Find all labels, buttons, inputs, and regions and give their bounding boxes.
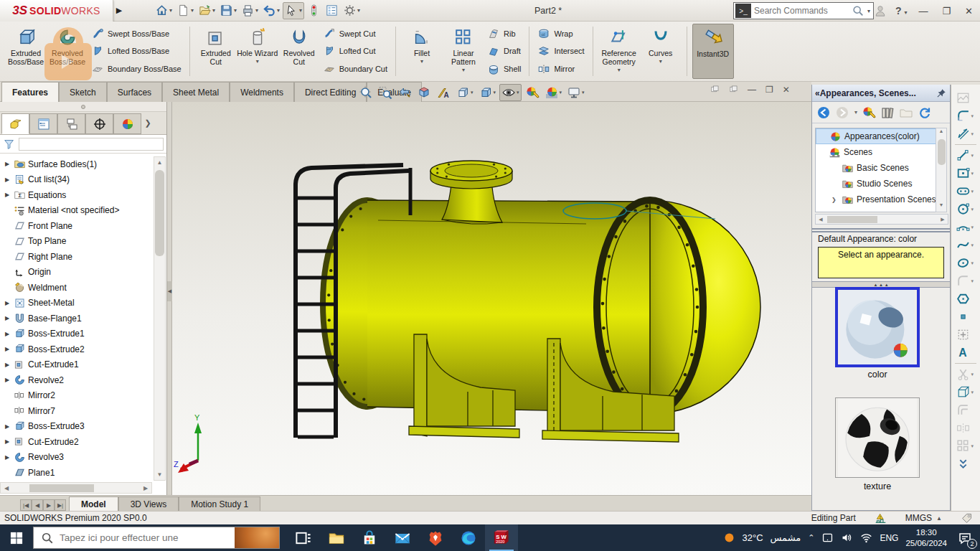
speaker-icon[interactable] <box>841 532 853 544</box>
dropdown-caret-icon[interactable]: ▾ <box>971 278 976 284</box>
ribbon-button-linear-pattern[interactable]: Linear Pattern▾ <box>443 24 484 79</box>
tab-sketch[interactable]: Sketch <box>59 82 107 102</box>
toolbar-flyout-icon[interactable]: ▶ <box>113 3 125 19</box>
text-button[interactable]: A▾ <box>956 344 976 362</box>
undo-button[interactable]: ▾ <box>261 2 281 19</box>
annotations-button[interactable]: A <box>435 85 452 100</box>
texture-sphere-preview[interactable] <box>835 397 920 478</box>
expander-icon[interactable]: ▶ <box>3 362 11 368</box>
tray-overflow-icon[interactable]: ⌃ <box>808 533 814 542</box>
start-button[interactable] <box>0 524 33 551</box>
panel-tab-featuremanager[interactable] <box>1 113 29 134</box>
expander-icon[interactable]: ▶ <box>3 377 11 383</box>
dropdown-caret-icon[interactable]: ▾ <box>471 90 473 95</box>
color-sphere-preview[interactable] <box>835 287 920 367</box>
appearance-tree-item-presentation-scenes[interactable]: ❯Presentation Scenes <box>816 192 936 207</box>
tree-item-revolve3[interactable]: ▶Revolve3 <box>0 450 152 466</box>
ribbon-button-extruded-boss-base[interactable]: Extruded Boss/Base <box>5 24 47 79</box>
view-orientation-button[interactable]: ▾ <box>454 85 475 100</box>
tree-item-cut-list-34[interactable]: ▶Cut list(34) <box>0 172 152 188</box>
expander-icon[interactable]: ▶ <box>3 176 11 183</box>
dropdown-caret-icon[interactable]: ▾ <box>971 443 976 449</box>
weather-label[interactable]: مشمس <box>771 532 801 543</box>
ribbon-button-lofted-boss-base[interactable]: Lofted Boss/Base <box>88 43 184 60</box>
pane-previous-icon[interactable] <box>710 85 720 94</box>
ribbon-button-swept-cut[interactable]: Swept Cut <box>320 26 390 42</box>
open-folder-icon[interactable] <box>899 105 913 120</box>
dropdown-caret-icon[interactable]: ▾ <box>971 260 976 266</box>
tab-features[interactable]: Features <box>1 82 59 102</box>
dropdown-caret-icon[interactable]: ▾ <box>582 90 585 95</box>
appearance-tree-item-studio-scenes[interactable]: Studio Scenes <box>816 176 936 192</box>
task-pane-header[interactable]: «Appearances, Scenes... <box>812 85 950 102</box>
ribbon-button-revolved-boss-base[interactable]: Revolved Boss/Base <box>47 24 88 79</box>
ribbon-button-instant3d[interactable]: Instant3D <box>692 24 734 79</box>
feature-tree-horizontal-scrollbar[interactable]: ◀ ▶ <box>0 482 152 494</box>
expander-icon[interactable]: ▶ <box>3 438 11 445</box>
tree-item-weldment[interactable]: ▶Weldment <box>0 280 152 296</box>
tree-item-origin[interactable]: ▶Origin <box>0 265 152 281</box>
expander-icon[interactable]: ▶ <box>3 454 11 461</box>
tab-surfaces[interactable]: Surfaces <box>107 82 162 102</box>
three-point-arc-button[interactable]: ▾ <box>956 218 976 236</box>
wifi-icon[interactable] <box>860 532 872 544</box>
search-dropdown-icon[interactable]: ▾ <box>864 8 873 14</box>
display-style-button[interactable]: ▾ <box>477 85 498 100</box>
scrollbar-thumb[interactable] <box>938 139 946 165</box>
history-caret-icon[interactable]: ▾ <box>854 109 857 116</box>
tree-item-front-plane[interactable]: ▶Front Plane <box>0 218 152 234</box>
3d-model-canvas[interactable]: Y Z <box>172 102 811 495</box>
dropdown-caret-icon[interactable]: ▾ <box>971 189 976 194</box>
tree-item-equations[interactable]: ▶ΣEquations <box>0 187 152 203</box>
tab-weldments[interactable]: Weldments <box>230 82 294 102</box>
printer-button[interactable]: ▾ <box>240 2 260 19</box>
panel-tab-displaymanager[interactable] <box>113 113 141 134</box>
zoom-area-button[interactable] <box>377 85 394 100</box>
help-icon[interactable]: ? ▾ <box>895 5 907 17</box>
circle-button[interactable]: ▾ <box>956 200 976 218</box>
dropdown-caret-icon[interactable]: ▾ <box>256 58 259 65</box>
ribbon-button-extruded-cut[interactable]: Extruded Cut <box>195 24 237 79</box>
appearance-tree-item-scenes[interactable]: Scenes <box>816 144 936 160</box>
home-button[interactable]: ▾ <box>154 2 174 19</box>
ribbon-button-boundary-cut[interactable]: Boundary Cut <box>320 60 390 77</box>
tree-item-boss-extrude3[interactable]: ▶Boss-Extrude3 <box>0 419 152 435</box>
dropdown-caret-icon[interactable]: ▾ <box>971 153 976 159</box>
appearance-tree-item-basic-scenes[interactable]: Basic Scenes <box>816 160 936 176</box>
tree-item-boss-extrude1[interactable]: ▶Boss-Extrude1 <box>0 326 152 342</box>
scroll-up-icon[interactable]: ▲ <box>154 157 165 168</box>
taskbar-brave-browser-icon[interactable] <box>419 524 452 551</box>
tree-item-base-flange1[interactable]: ▶Base-Flange1 <box>0 311 152 326</box>
library-icon[interactable] <box>880 105 895 120</box>
taskbar-solidworks-icon[interactable]: S W2020 <box>485 524 518 551</box>
dropdown-caret-icon[interactable]: ▾ <box>971 372 976 377</box>
more-tools-button[interactable]: ▾ <box>956 455 976 473</box>
apply-scene-button[interactable]: ▾ <box>543 85 564 100</box>
section-view-button[interactable] <box>415 85 433 100</box>
tree-item-sheet-metal[interactable]: ▶Sheet-Metal <box>0 296 152 311</box>
pin-icon[interactable] <box>936 88 947 98</box>
tree-item-plane1[interactable]: ▶Plane1 <box>0 465 152 481</box>
scroll-left-icon[interactable]: ◀ <box>816 217 826 222</box>
panel-tab-dimxpertmanager[interactable] <box>85 113 113 134</box>
scroll-right-icon[interactable]: ▶ <box>938 217 948 222</box>
close-button[interactable]: ✕ <box>962 6 976 17</box>
dropdown-caret-icon[interactable]: ▾ <box>971 207 976 212</box>
dropdown-caret-icon[interactable]: ▾ <box>462 67 465 73</box>
expander-icon[interactable]: ❯ <box>831 197 839 203</box>
tree-item-material-not-specified[interactable]: ▶Material <not specified> <box>0 203 152 219</box>
filter-icon[interactable] <box>3 138 16 151</box>
display-options-button[interactable] <box>324 2 340 19</box>
doc-close-button[interactable]: ✕ <box>783 85 790 95</box>
minimize-button[interactable]: — <box>915 6 930 17</box>
appearance-swatch-color[interactable]: color <box>829 287 925 380</box>
panel-tab-overflow-icon[interactable]: ❯ <box>141 112 154 134</box>
dropdown-caret-icon[interactable]: ▾ <box>971 131 976 137</box>
pane-next-icon[interactable] <box>729 85 738 94</box>
bottom-tab-3d-views[interactable]: 3D Views <box>118 496 179 511</box>
tree-item-surface-bodies-1[interactable]: ▶Surface Bodies(1) <box>0 156 152 172</box>
ribbon-button-draft[interactable]: Draft <box>484 43 524 60</box>
last-tab-icon[interactable]: ▶| <box>55 499 66 511</box>
dropdown-caret-icon[interactable]: ▾ <box>971 171 976 176</box>
ribbon-button-swept-boss-base[interactable]: Swept Boss/Base <box>88 26 184 42</box>
